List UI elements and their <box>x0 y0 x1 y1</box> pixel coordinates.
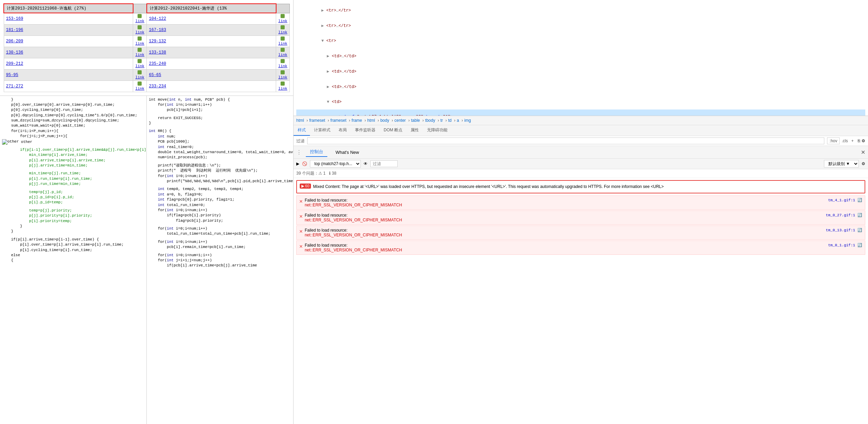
play-icon[interactable]: ▶ <box>296 161 299 166</box>
eye-icon[interactable]: 👁 <box>364 161 368 166</box>
code-panel-right[interactable]: int move(int n, int num, PCB* pcb) { for… <box>147 96 293 424</box>
col2-link-cell: link <box>276 13 290 24</box>
code-line: p[0].dqcycling_time=p[0].cycling_time*1.… <box>1 113 145 118</box>
console-section[interactable]: ▶ 60 Mixed Content: The page at '<URL>' … <box>294 178 868 424</box>
dom-td-2[interactable]: ▶ <td>…</td> <box>296 64 865 79</box>
code-line: p[j].priority=p[i].priority; <box>1 213 145 218</box>
error-message-2: Failed to load resource: net::ERR_SSL_VE… <box>305 213 826 222</box>
error-link-3[interactable]: tm_0_13.gif:1 🔄 <box>826 228 862 232</box>
dom-td-1[interactable]: ▶ <td>…</td> <box>296 48 865 64</box>
code-line <box>1 187 145 190</box>
col1-cell: 209-212 <box>4 58 133 69</box>
dom-inspector[interactable]: ▶ <tr>…</tr> ▶ <tr>…</tr> ▼ <tr> ▶ <td>…… <box>294 0 868 116</box>
code-line: double total_weight_turnaround_time=0, t… <box>148 150 292 155</box>
breadcrumb-frame[interactable]: frame <box>352 118 362 123</box>
breadcrumb-body[interactable]: body <box>380 118 389 123</box>
col1-link[interactable]: 130-136 <box>6 50 23 55</box>
error-link-4[interactable]: tm_0_1.gif:1 🔄 <box>828 243 862 247</box>
col2-link[interactable]: 65-65 <box>149 73 161 77</box>
level-select[interactable]: 默认级别 ▼ <box>824 160 859 167</box>
col1-header: 计算2013-202021121068-许逸航 (27%) <box>4 4 133 13</box>
other-label: other <box>1 139 145 145</box>
code-line: } <box>148 121 292 126</box>
breadcrumb-tbody[interactable]: tbody <box>425 118 435 123</box>
tab-styles[interactable]: 样式 <box>294 125 310 136</box>
col1-link[interactable]: 181-196 <box>6 28 23 32</box>
code-line <box>1 145 145 147</box>
breadcrumb-table[interactable]: table <box>411 118 420 123</box>
col2-link[interactable]: 129-132 <box>149 39 166 44</box>
breadcrumb-a[interactable]: a <box>457 118 459 123</box>
dom-tr-expanded[interactable]: ▼ <tr> <box>296 33 865 48</box>
copy-icon[interactable]: ⎘ <box>858 138 860 143</box>
col2-link[interactable]: 133-138 <box>149 50 166 55</box>
tab-dom-breakpoints[interactable]: DOM 断点 <box>380 125 407 136</box>
col2-link[interactable]: 104-122 <box>149 16 166 21</box>
cls-button[interactable]: .cls <box>840 138 850 144</box>
col1-link-cell: link <box>133 24 147 35</box>
dom-td-3[interactable]: ▶ <td>…</td> <box>296 79 865 94</box>
col2-link[interactable]: 167-183 <box>149 28 166 32</box>
breadcrumb-html2[interactable]: html <box>367 118 375 123</box>
tab-console[interactable]: 控制台 <box>306 147 327 157</box>
tab-computed[interactable]: 计算样式 <box>310 125 335 136</box>
issue-count: 39 个问题：⚠ 1 ℹ 38 <box>294 169 868 178</box>
col2-cell: 235-240 <box>147 58 276 69</box>
col1-link[interactable]: 209-212 <box>6 61 23 66</box>
mixed-content-message: Mixed Content: The page at '<URL>' was l… <box>313 184 664 190</box>
breadcrumb-center[interactable]: center <box>395 118 406 123</box>
code-line: if(p[i-1].over_time>p[i].arrive_time&&p[… <box>1 147 145 152</box>
code-line <box>148 250 292 253</box>
filter-input[interactable] <box>307 137 824 144</box>
error-item-3: ✕ Failed to load resource: net::ERR_SSL_… <box>296 225 865 240</box>
breadcrumb-frameset2[interactable]: frameset <box>330 118 346 123</box>
error-item-1: ✕ Failed to load resource: net::ERR_SSL_… <box>296 195 865 210</box>
col1-link-cell: link <box>133 69 147 81</box>
breadcrumb-html[interactable]: html <box>296 118 304 123</box>
error-triangle-icon: ▶ 60 <box>300 184 311 189</box>
console-filter-input[interactable] <box>370 160 398 167</box>
col1-link[interactable]: 206-209 <box>6 39 23 44</box>
col2-link[interactable]: 235-240 <box>149 61 166 66</box>
tab-layout[interactable]: 布局 <box>335 125 351 136</box>
error-link-1[interactable]: tm_4_1.gif:1 🔄 <box>828 198 862 202</box>
dom-td-expanded[interactable]: ▼ <td> <box>296 94 865 109</box>
dom-a-element[interactable]: ▼ <a href="match27-1.html#6" name="6" ta… <box>296 109 865 116</box>
code-panel-left[interactable]: } p[0].over_time=p[0].arrive_time+p[0].r… <box>0 96 147 424</box>
error-message-3: Failed to load resource: net::ERR_SSL_VE… <box>305 228 826 237</box>
dots-icon[interactable]: ⋮ <box>296 149 302 156</box>
breadcrumb-td[interactable]: td <box>448 118 452 123</box>
code-line: printf("%8d,%8d,%8d,%8d\n",pcb[i].pid,pc… <box>148 179 292 184</box>
right-panel: ▶ <tr>…</tr> ▶ <tr>…</tr> ▼ <tr> ▶ <td>…… <box>294 0 868 424</box>
col2-link-cell: link <box>276 58 290 69</box>
link-col2-header <box>276 4 290 13</box>
console-toolbar: ⋮ 控制台 What's New ✕ <box>294 146 868 159</box>
col1-link[interactable]: 271-272 <box>6 84 23 89</box>
tab-properties[interactable]: 属性 <box>407 125 423 136</box>
main-container: 计算2013-202021121068-许逸航 (27%) 计算2012-202… <box>0 0 868 424</box>
settings-icon[interactable]: ⚙ <box>862 138 865 143</box>
breadcrumb-img[interactable]: img <box>464 118 471 123</box>
col2-link[interactable]: 233-234 <box>149 84 166 89</box>
dom-tr-collapsed-2[interactable]: ▶ <tr>…</tr> <box>296 18 865 33</box>
code-line <box>148 237 292 239</box>
gear-icon[interactable]: ⚙ <box>862 161 865 166</box>
dom-tr-collapsed-1[interactable]: ▶ <tr>…</tr> <box>296 3 865 18</box>
close-button[interactable]: ✕ <box>861 149 865 156</box>
block-icon[interactable]: 🚫 <box>302 161 307 166</box>
code-line: for(int i=0;i<num;i++) <box>148 174 292 179</box>
table-row: 95-95link65-65link <box>4 69 290 81</box>
col1-link-cell: link <box>133 13 147 24</box>
tab-event-listeners[interactable]: 事件监听器 <box>351 125 380 136</box>
code-line <box>148 126 292 129</box>
tab-whats-new[interactable]: What's New <box>331 148 363 156</box>
context-select[interactable]: top (match27-top.h... <box>310 160 361 167</box>
breadcrumb-tr[interactable]: tr <box>440 118 443 123</box>
error-link-2[interactable]: tm_0_27.gif:1 🔄 <box>826 213 862 217</box>
hov-button[interactable]: :hov <box>827 137 840 144</box>
col1-link[interactable]: 95-95 <box>6 73 18 77</box>
add-style-button[interactable]: + <box>850 138 855 144</box>
tab-accessibility[interactable]: 无障碍功能 <box>423 125 452 136</box>
col1-link[interactable]: 153-169 <box>6 16 23 21</box>
breadcrumb-frameset1[interactable]: frameset <box>309 118 325 123</box>
